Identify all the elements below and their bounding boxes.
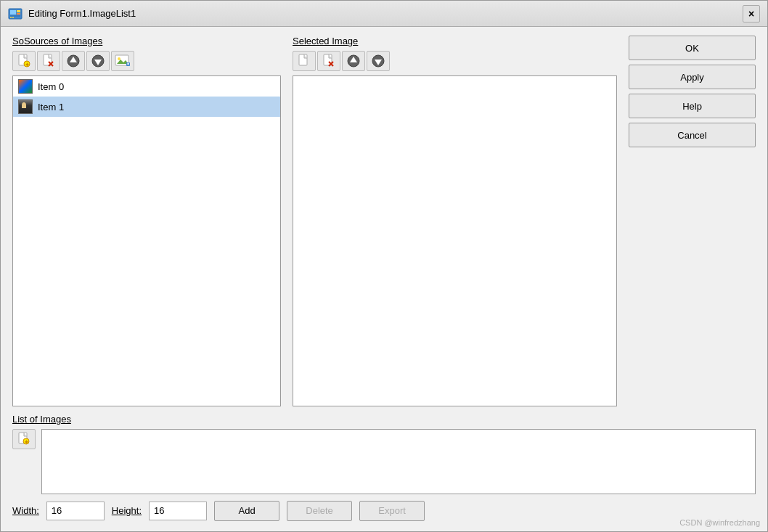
up-arrow2-icon: [346, 54, 361, 68]
sources-down-button[interactable]: [86, 51, 110, 71]
sources-label: SoSources of Images: [12, 36, 281, 46]
list-images-box: [41, 429, 756, 494]
height-input[interactable]: [149, 502, 207, 520]
svg-point-6: [12, 17, 14, 18]
buttons-panel: OK Apply Help Cancel: [629, 36, 756, 406]
item0-icon: [17, 78, 33, 94]
new-file-icon: ✦: [17, 54, 31, 68]
image-icon: [115, 54, 131, 68]
delete-button[interactable]: Delete: [287, 501, 352, 521]
item1-icon: [17, 99, 33, 115]
selected-image-box: [293, 75, 617, 406]
selected-remove-button[interactable]: [317, 51, 340, 71]
height-label: Height:: [112, 505, 142, 516]
selected-new-button[interactable]: [293, 51, 316, 71]
width-input[interactable]: [46, 502, 105, 520]
sources-panel: SoSources of Images ✦: [12, 36, 281, 406]
dialog-window: Editing Form1.ImageList1 × SoSources of …: [0, 0, 768, 532]
list-images-toolbar: ✦: [12, 429, 36, 494]
sources-list[interactable]: Item 0 Item 1: [12, 75, 281, 406]
list-item[interactable]: Item 1: [13, 97, 280, 117]
up-arrow-icon: [66, 54, 81, 68]
svg-rect-4: [10, 15, 20, 17]
sources-up-button[interactable]: [62, 51, 85, 71]
footer-row: Width: Height: Add Delete Export: [12, 499, 756, 523]
svg-rect-2: [17, 10, 20, 12]
selected-toolbar: [293, 51, 617, 71]
dialog-content: SoSources of Images ✦: [1, 27, 767, 531]
new-file2-icon: [297, 54, 311, 68]
svg-point-5: [10, 17, 12, 18]
svg-text:✦: ✦: [24, 439, 29, 446]
svg-text:✦: ✦: [25, 62, 30, 68]
list-images-new-button[interactable]: ✦: [12, 429, 36, 449]
remove-file2-icon: [322, 54, 336, 68]
title-text: Editing Form1.ImageList1: [28, 8, 136, 19]
remove-file-icon: [41, 54, 56, 68]
apply-button[interactable]: Apply: [629, 65, 756, 89]
down-arrow-icon: [91, 54, 105, 68]
item1-label: Item 1: [38, 102, 64, 112]
app-icon: [8, 7, 23, 21]
svg-rect-3: [17, 13, 20, 15]
list-images-area: ✦: [12, 429, 756, 494]
new-file3-icon: ✦: [17, 432, 31, 446]
svg-rect-23: [299, 54, 307, 65]
down-arrow2-icon: [371, 54, 385, 68]
cancel-button[interactable]: Cancel: [629, 123, 756, 147]
sources-remove-button[interactable]: [37, 51, 60, 71]
selected-down-button[interactable]: [367, 51, 390, 71]
selected-panel: Selected Image: [293, 36, 617, 406]
selected-up-button[interactable]: [342, 51, 365, 71]
bottom-section: List of Images ✦: [12, 414, 756, 523]
sources-new-button[interactable]: ✦: [12, 51, 36, 71]
sources-toolbar: ✦: [12, 51, 281, 71]
close-button[interactable]: ×: [743, 5, 760, 22]
watermark: CSDN @winfredzhang: [679, 518, 760, 527]
add-button[interactable]: Add: [214, 501, 279, 521]
list-item[interactable]: Item 0: [13, 76, 280, 97]
list-images-label: List of Images: [12, 414, 756, 425]
svg-point-18: [118, 57, 120, 60]
title-bar: Editing Form1.ImageList1 ×: [1, 1, 767, 27]
top-section: SoSources of Images ✦: [12, 36, 756, 406]
ok-button[interactable]: OK: [629, 36, 756, 60]
svg-rect-1: [10, 10, 16, 15]
width-label: Width:: [12, 505, 39, 516]
help-button[interactable]: Help: [629, 94, 756, 118]
export-button[interactable]: Export: [359, 501, 425, 521]
item0-label: Item 0: [38, 81, 64, 92]
selected-label: Selected Image: [293, 36, 617, 46]
sources-image-button[interactable]: [111, 51, 134, 71]
